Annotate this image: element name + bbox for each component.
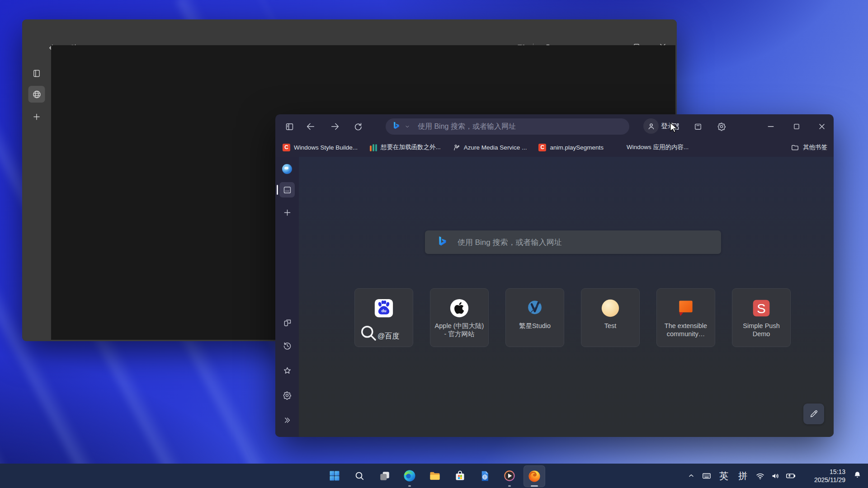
start-button[interactable] <box>324 465 345 486</box>
forward-button[interactable] <box>327 119 343 134</box>
search-button[interactable] <box>349 465 370 486</box>
other-bookmarks-label[interactable]: 其他书签 <box>803 143 827 151</box>
microsoft-store-button[interactable] <box>449 465 470 486</box>
microsoft-favicon <box>615 144 623 151</box>
tile-fanxing-studio[interactable]: 繁星Studio <box>505 288 564 347</box>
bookmark-item[interactable]: C Windows Style Builde... <box>283 144 358 151</box>
vertical-tabs-toggle-icon[interactable] <box>282 119 297 134</box>
ntp-search-box[interactable]: 使用 Bing 搜索，或者输入网址 <box>425 230 721 254</box>
tile-extensible-community[interactable]: The extensible community… <box>656 288 715 347</box>
bookmarks-bar: C Windows Style Builde... 想要在加载函数之外... A… <box>275 138 834 157</box>
bookmark-label[interactable]: Windows Style Builde... <box>294 144 358 151</box>
azure-favicon <box>453 144 460 151</box>
active-tab-indicator <box>277 185 278 195</box>
desktop: about:blank <box>0 0 868 488</box>
quick-link-tiles: du @百度 Apple (中国大陆) - 官方网站 <box>354 288 791 347</box>
favorites-star-icon[interactable] <box>279 363 295 378</box>
new-tab-page: 使用 Bing 搜索，或者输入网址 du @百度 <box>299 157 834 437</box>
tile-simple-push-demo[interactable]: S Simple Push Demo <box>732 288 791 347</box>
edge-browser-window[interactable]: 使用 Bing 搜索，或者输入网址 登录 <box>275 114 834 437</box>
bookmark-label[interactable]: anim.playSegments <box>550 144 604 151</box>
active-tab-globe-icon[interactable] <box>28 86 45 103</box>
tile-baidu[interactable]: du @百度 <box>354 288 413 347</box>
html-document-button[interactable] <box>474 465 495 486</box>
minimize-button[interactable] <box>766 122 775 131</box>
collections-icon[interactable] <box>690 119 706 134</box>
person-icon <box>643 118 659 134</box>
tile-label[interactable]: Test <box>585 322 636 330</box>
bing-logo-icon <box>437 235 448 249</box>
bookmark-item[interactable]: C anim.playSegments <box>538 144 604 151</box>
clock-date: 2025/11/29 <box>814 476 845 484</box>
battery-charging-icon[interactable] <box>783 467 798 485</box>
bing-logo-icon <box>392 121 401 132</box>
taskbar-clock[interactable]: 15:13 2025/11/29 <box>814 468 845 484</box>
task-view-button[interactable] <box>374 465 395 486</box>
tile-apple[interactable]: Apple (中国大陆) - 官方网站 <box>430 288 489 347</box>
settings-gear-icon[interactable] <box>279 388 295 403</box>
edge-toolbar: 使用 Bing 搜索，或者输入网址 登录 <box>275 114 834 138</box>
customize-page-pencil-button[interactable] <box>803 404 824 424</box>
close-button[interactable] <box>817 122 826 131</box>
new-tab-plus-icon[interactable] <box>28 108 45 125</box>
taskbar: 英 拼 15:13 2025/11/29 <box>0 464 868 488</box>
bookmark-item[interactable]: 想要在加载函数之外... <box>369 143 441 151</box>
new-tab-plus-icon[interactable] <box>279 205 295 220</box>
background-window-sidebar <box>22 45 51 341</box>
tile-label[interactable]: Simple Push Demo <box>736 322 787 338</box>
svg-text:du: du <box>381 309 386 313</box>
active-new-tab-icon[interactable] <box>279 182 295 197</box>
history-icon[interactable] <box>279 338 295 353</box>
bookmark-label[interactable]: Windows 应用的内容... <box>627 143 689 151</box>
folder-icon <box>791 143 799 152</box>
back-button[interactable] <box>303 119 318 134</box>
bookmark-item[interactable]: Azure Media Service ... <box>453 144 527 151</box>
system-tray: 英 拼 <box>684 464 798 488</box>
other-devices-icon[interactable] <box>279 314 295 330</box>
discourse-flag-icon <box>676 296 696 320</box>
tab-favicon-blue[interactable] <box>279 161 295 177</box>
c-red-favicon: C <box>283 144 290 151</box>
bookmark-item[interactable]: Windows 应用的内容... <box>615 143 689 151</box>
firefox-active-indicator <box>531 485 538 487</box>
vertical-tabs-sidebar <box>275 157 299 437</box>
tile-test[interactable]: Test <box>581 288 640 347</box>
chevron-down-icon[interactable] <box>404 123 410 130</box>
firefox-button[interactable] <box>524 465 545 487</box>
address-bar[interactable]: 使用 Bing 搜索，或者输入网址 <box>386 118 629 135</box>
media-player-running-indicator <box>508 485 511 487</box>
ntp-search-placeholder[interactable]: 使用 Bing 搜索，或者输入网址 <box>458 237 561 248</box>
c-red-favicon: C <box>538 144 546 151</box>
edge-running-indicator <box>408 485 411 487</box>
tile-label[interactable]: Apple (中国大陆) - 官方网站 <box>434 322 485 338</box>
speaker-icon[interactable] <box>768 467 783 485</box>
media-player-button[interactable] <box>499 465 520 486</box>
cream-circle-icon <box>600 296 621 320</box>
touch-keyboard-icon[interactable] <box>699 467 714 485</box>
edge-browser-button[interactable] <box>399 465 420 486</box>
other-bookmarks-button[interactable]: 其他书签 <box>791 143 827 152</box>
address-placeholder[interactable]: 使用 Bing 搜索，或者输入网址 <box>418 122 516 131</box>
mouse-cursor <box>669 122 679 135</box>
expand-sidebar-chevrons-icon[interactable] <box>279 413 295 428</box>
tile-label[interactable]: 繁星Studio <box>509 322 561 330</box>
maximize-button[interactable] <box>793 122 801 131</box>
bookmark-label[interactable]: 想要在加载函数之外... <box>381 143 441 151</box>
tile-label[interactable]: @百度 <box>377 332 399 341</box>
bookmark-label[interactable]: Azure Media Service ... <box>464 144 527 151</box>
background-window-toolbar: about:blank <box>22 19 677 45</box>
fanxing-studio-icon <box>525 296 544 320</box>
ime-pinyin-indicator[interactable]: 拼 <box>733 470 752 482</box>
tab-panel-icon[interactable] <box>28 65 45 82</box>
refresh-button[interactable] <box>350 119 365 134</box>
tray-chevron-up-icon[interactable] <box>684 467 699 485</box>
baidu-icon: du <box>373 296 394 320</box>
wifi-icon[interactable] <box>752 467 768 485</box>
apple-icon <box>449 296 470 320</box>
notification-bell-icon[interactable] <box>853 471 862 481</box>
language-english-indicator[interactable]: 英 <box>714 470 733 482</box>
edge-window-body: 使用 Bing 搜索，或者输入网址 du @百度 <box>275 157 834 437</box>
file-explorer-button[interactable] <box>425 465 445 486</box>
settings-gear-icon[interactable] <box>714 119 729 134</box>
tile-label[interactable]: The extensible community… <box>660 322 712 338</box>
